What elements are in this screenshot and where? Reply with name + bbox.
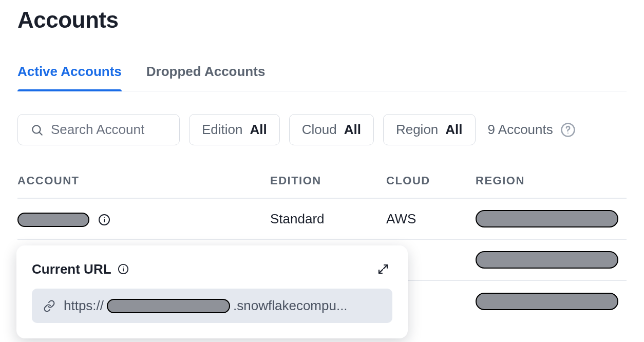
popover-title: Current URL [32,261,111,277]
url-prefix: https:// [64,298,104,314]
info-icon[interactable] [118,263,129,275]
account-count-text: 9 Accounts [488,122,553,138]
cell-edition: Standard [270,211,386,227]
col-region: REGION [476,174,627,187]
filter-region-value: All [445,122,462,138]
tabs: Active Accounts Dropped Accounts [17,64,627,91]
svg-point-0 [32,125,40,133]
filters-row: Search Account Edition All Cloud All Reg… [17,114,627,145]
redacted-region [476,210,618,227]
col-cloud: CLOUD [386,174,476,187]
url-popover: Current URL https:// .snowflakecompu... [16,245,408,338]
page-title: Accounts [17,7,627,33]
info-icon[interactable] [98,214,110,226]
url-suffix: .snowflakecompu... [233,298,348,314]
table-row[interactable]: Standard AWS [17,199,627,240]
filter-edition[interactable]: Edition All [189,114,280,145]
filter-edition-label: Edition [202,122,243,138]
filter-edition-value: All [250,122,267,138]
tab-active-accounts[interactable]: Active Accounts [17,64,122,91]
expand-icon [377,263,389,275]
filter-cloud[interactable]: Cloud All [289,114,374,145]
link-icon [43,300,55,312]
account-count: 9 Accounts [488,122,576,138]
search-icon [30,123,44,137]
redacted-region [476,251,618,269]
table-header: ACCOUNT EDITION CLOUD REGION [17,174,627,199]
redacted-account-name [17,213,89,227]
svg-line-1 [40,132,42,135]
cell-cloud: AWS [386,211,476,227]
redacted-url-part [107,299,230,313]
redacted-region [476,293,618,310]
filter-cloud-value: All [344,122,361,138]
expand-button[interactable] [374,260,392,278]
tab-dropped-accounts[interactable]: Dropped Accounts [146,64,266,91]
filter-cloud-label: Cloud [302,122,337,138]
search-input[interactable]: Search Account [17,114,180,145]
filter-region-label: Region [396,122,438,138]
col-account: ACCOUNT [17,174,270,187]
svg-point-6 [104,217,105,218]
search-placeholder: Search Account [51,122,144,138]
filter-region[interactable]: Region All [383,114,476,145]
svg-point-3 [567,132,569,134]
col-edition: EDITION [270,174,386,187]
svg-point-9 [123,267,124,268]
help-icon[interactable] [560,122,576,138]
url-box[interactable]: https:// .snowflakecompu... [32,289,392,323]
